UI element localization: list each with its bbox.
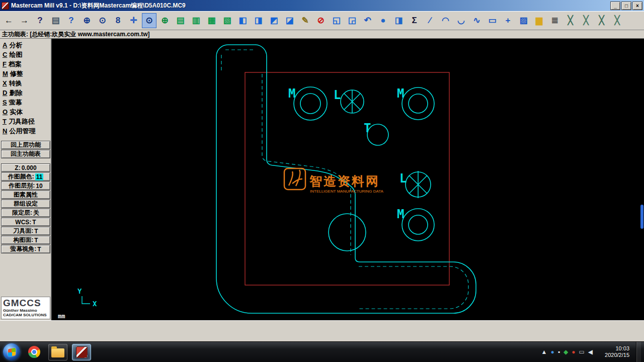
title-bar[interactable]: Mastercam Mill v9.1 - D:\资料网Mastercam编程\…: [0, 0, 644, 11]
shading-sphere-button[interactable]: ●: [376, 13, 390, 28]
security-shield-tray-icon[interactable]: ◆: [564, 349, 568, 355]
hole-label-m3[interactable]: M: [397, 207, 404, 221]
menu-item-delete[interactable]: D删除: [0, 88, 51, 98]
start-button[interactable]: [3, 343, 20, 360]
gmccs-logo-line1: Günther Massimo: [3, 308, 48, 313]
menu-item-analyze[interactable]: A分析: [0, 40, 51, 50]
axis-indicator: Y X: [77, 287, 97, 308]
menu-item-modify[interactable]: M修整: [0, 69, 51, 78]
axis-y-label: Y: [77, 287, 82, 295]
menu-item-xform[interactable]: X转换: [0, 78, 51, 88]
cursor-help-button[interactable]: ?: [64, 13, 78, 28]
groups-button[interactable]: 群组设定: [1, 200, 50, 208]
gview-top-button[interactable]: ▤: [173, 13, 188, 28]
draw-level-button[interactable]: 作图层别:10: [1, 182, 50, 190]
create-arc-button[interactable]: ◠: [438, 13, 453, 28]
window-title: Mastercam Mill v9.1 - D:\资料网Mastercam编程\…: [11, 2, 610, 10]
file-folder-button[interactable]: ▆: [532, 13, 546, 28]
tool-plane-button[interactable]: 刀具面:T: [1, 227, 50, 235]
create-fillet-button[interactable]: ◡: [454, 13, 468, 28]
draw-color-button[interactable]: 作图颜色:11: [1, 172, 50, 181]
hole-l2[interactable]: [406, 171, 431, 198]
hole-m2[interactable]: [402, 87, 434, 120]
trim-divide-button[interactable]: ╳: [610, 13, 624, 28]
hole-l1[interactable]: [341, 90, 364, 113]
main-menu-button[interactable]: 回主功能表: [1, 150, 50, 158]
unit-label: mm: [58, 313, 65, 320]
screen-paste-button[interactable]: ◲: [345, 13, 359, 28]
drawing-canvas[interactable]: M L M T L M 智造资料网 INTELLIGENT MANUFACTUR…: [52, 39, 644, 320]
undo-button[interactable]: ↶: [360, 13, 375, 28]
layers-button[interactable]: ≣: [547, 13, 562, 28]
menu-item-toolpaths[interactable]: T刀具路径: [0, 117, 51, 126]
app-blue-tray-icon[interactable]: ●: [550, 349, 554, 355]
trim-three-entity-button[interactable]: ╳: [594, 13, 609, 28]
zoom-window-button[interactable]: ⊙: [95, 13, 110, 28]
taskbar-mastercam-button[interactable]: [72, 344, 91, 360]
hole-label-l1[interactable]: L: [334, 88, 341, 102]
create-line-button[interactable]: ∕: [423, 13, 437, 28]
z-depth-button[interactable]: Z:0.000: [1, 163, 50, 172]
menu-item-create[interactable]: C绘图: [0, 50, 51, 59]
backup-menu-button[interactable]: 回上层功能: [1, 141, 50, 149]
back-arrow-button[interactable]: ←: [2, 13, 16, 28]
unzoom-08-button[interactable]: 8: [111, 13, 125, 28]
mask-level-button[interactable]: 限定层:关: [1, 209, 50, 217]
gview-isometric-button[interactable]: ▧: [220, 13, 234, 28]
screen-copy-button[interactable]: ◱: [329, 13, 344, 28]
attributes-button[interactable]: 图素属性: [1, 191, 50, 199]
create-rectangle-button[interactable]: ▭: [485, 13, 500, 28]
xform-hatch-button[interactable]: ▨: [516, 13, 531, 28]
create-point-button[interactable]: +: [501, 13, 515, 28]
analyze-sigma-button[interactable]: Σ: [407, 13, 422, 28]
create-spline-button[interactable]: ∿: [469, 13, 484, 28]
taskbar-clock[interactable]: 10:03 2020/2/15: [599, 345, 629, 358]
volume-tray-icon[interactable]: ◀: [588, 349, 593, 355]
watermark-subtext: INTELLIGENT MANUFACTURING DATA: [310, 189, 383, 194]
forward-arrow-button[interactable]: →: [17, 13, 32, 28]
menu-item-solids[interactable]: O实体: [0, 107, 51, 117]
dynamic-zoom-button[interactable]: ⊙: [142, 13, 156, 28]
pan-button[interactable]: ✛: [126, 13, 141, 28]
hole-m1[interactable]: [294, 87, 327, 120]
wcs-button[interactable]: WCS:T: [1, 218, 50, 226]
taskbar-chrome-button[interactable]: [25, 344, 44, 360]
hole-plain-large[interactable]: [329, 214, 366, 251]
attributes-pencil-button[interactable]: ✎: [298, 13, 312, 28]
cplane-3d-button[interactable]: ◪: [282, 13, 297, 28]
maximize-button[interactable]: □: [621, 2, 631, 10]
hole-label-l2[interactable]: L: [399, 171, 407, 186]
trim-one-entity-button[interactable]: ╳: [563, 13, 578, 28]
hole-label-m2[interactable]: M: [397, 86, 404, 101]
zoom-target-button[interactable]: ⊕: [157, 13, 172, 28]
cplane-side-button[interactable]: ◩: [267, 13, 281, 28]
notepad-button[interactable]: ▤: [48, 13, 63, 28]
hole-label-t1[interactable]: T: [364, 121, 371, 135]
taskbar-explorer-button[interactable]: [48, 344, 67, 360]
minimize-button[interactable]: _: [610, 2, 620, 10]
delete-button[interactable]: ⊘: [313, 13, 328, 28]
zoom-button[interactable]: ⊕: [79, 13, 94, 28]
hidden-icons-tray-icon[interactable]: ▲: [541, 349, 547, 355]
gview-side-button[interactable]: ▦: [204, 13, 219, 28]
menu-item-file[interactable]: F档案: [0, 59, 51, 69]
display-tray-icon[interactable]: ▭: [579, 349, 584, 355]
help-button[interactable]: ?: [33, 13, 47, 28]
cplane-top-button[interactable]: ◧: [235, 13, 250, 28]
cplane-front-button[interactable]: ◨: [251, 13, 266, 28]
input-indicator-tray-icon[interactable]: ▪: [558, 349, 560, 355]
graphics-view-button[interactable]: 萤幕视角:T: [1, 245, 50, 253]
menu-item-utilities[interactable]: N公用管理: [0, 126, 51, 136]
trim-two-entity-button[interactable]: ╳: [579, 13, 593, 28]
show-desktop-button[interactable]: [636, 342, 641, 362]
hole-label-m1[interactable]: M: [288, 86, 295, 101]
viewport-button[interactable]: ◨: [391, 13, 406, 28]
gview-front-button[interactable]: ▥: [189, 13, 203, 28]
tray-icons: ▲●▪◆●▭◀: [541, 349, 593, 355]
alert-tray-icon[interactable]: ●: [572, 349, 575, 355]
close-button[interactable]: ×: [632, 2, 642, 10]
canvas-scrollbar-thumb[interactable]: [640, 205, 643, 229]
menu-item-screen[interactable]: S萤幕: [0, 98, 51, 107]
hole-m3[interactable]: [402, 209, 434, 241]
construction-plane-button[interactable]: 构图面:T: [1, 236, 50, 244]
